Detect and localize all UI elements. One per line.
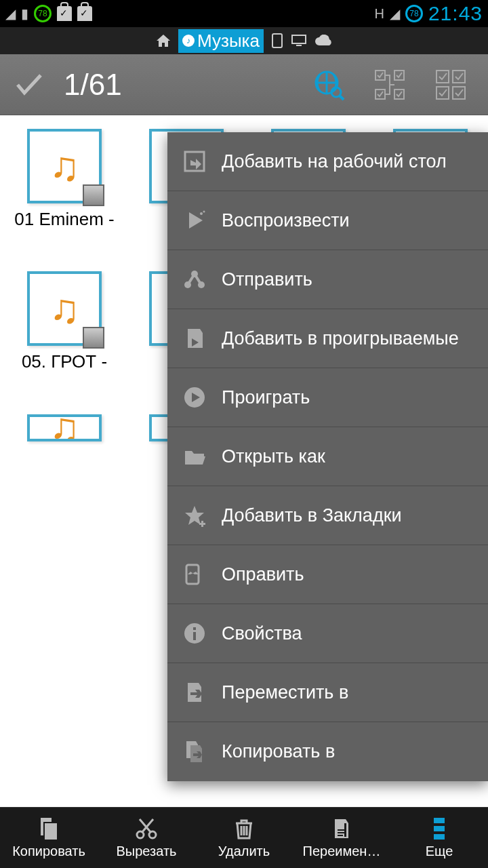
folder-open-icon xyxy=(181,443,208,470)
menu-copy-to[interactable]: Копировать в xyxy=(167,722,488,781)
music-file-icon: ♫ xyxy=(49,143,80,190)
select-tree-icon[interactable] xyxy=(373,68,413,102)
svg-rect-28 xyxy=(434,818,445,823)
menu-share[interactable]: Отправить xyxy=(167,250,488,309)
menu-move-to[interactable]: Переместить в xyxy=(167,663,488,722)
music-note-icon: ♪ xyxy=(182,35,195,47)
tool-label: Удалить xyxy=(218,844,270,859)
menu-send[interactable]: Оправить xyxy=(167,545,488,604)
action-bar: 1/61 xyxy=(0,54,488,115)
file-checkbox[interactable] xyxy=(83,327,104,349)
more-icon xyxy=(431,816,447,841)
battery-icon: ▮ xyxy=(21,5,28,22)
svg-rect-12 xyxy=(436,87,449,99)
file-label: 05. ГРОТ - xyxy=(22,351,107,372)
network-type: H xyxy=(374,6,384,22)
menu-add-playlist[interactable]: Добавить в проигрываемые xyxy=(167,309,488,368)
context-menu: Добавить на рабочий стол Воспроизвести О… xyxy=(167,132,488,781)
menu-label: Открыть как xyxy=(222,446,325,467)
breadcrumb-active[interactable]: ♪ Музыка xyxy=(178,29,264,53)
selection-count: 1/61 xyxy=(64,68,291,102)
confirm-selection-button[interactable] xyxy=(14,70,43,100)
svg-rect-10 xyxy=(436,71,449,83)
add-queue-icon xyxy=(181,325,208,352)
svg-rect-11 xyxy=(453,71,465,83)
cut-button[interactable]: Вырезать xyxy=(98,816,195,859)
svg-rect-30 xyxy=(434,834,445,840)
status-right: H ◢ 78 21:43 xyxy=(374,2,483,25)
data-progress-icon: 78 xyxy=(405,5,423,22)
tool-label: Вырезать xyxy=(117,844,177,859)
delete-button[interactable]: Удалить xyxy=(195,816,293,859)
tool-label: Копировать xyxy=(12,844,85,859)
trash-icon xyxy=(232,816,256,841)
copy-to-icon xyxy=(181,738,208,766)
computer-icon[interactable] xyxy=(291,34,307,47)
menu-label: Добавить в проигрываемые xyxy=(222,328,459,349)
svg-rect-2 xyxy=(296,45,302,46)
device-icon[interactable] xyxy=(270,33,284,49)
tool-label: Переимен… xyxy=(303,844,381,859)
system-icon: ◢ xyxy=(5,5,16,22)
svg-rect-1 xyxy=(292,35,306,43)
breadcrumb: ♪ Музыка xyxy=(0,27,488,54)
file-item[interactable]: ♫ xyxy=(7,414,122,441)
svg-rect-27 xyxy=(344,823,346,837)
music-file-icon: ♫ xyxy=(49,285,80,332)
menu-play[interactable]: Воспроизвести xyxy=(167,191,488,250)
file-label: 01 Eminem - xyxy=(14,209,114,230)
status-left: ◢ ▮ 78 xyxy=(5,5,92,22)
copy-icon xyxy=(37,816,61,841)
move-to-icon xyxy=(181,679,208,706)
file-checkbox[interactable] xyxy=(83,184,104,206)
svg-rect-14 xyxy=(185,152,204,171)
menu-add-shortcut[interactable]: Добавить на рабочий стол xyxy=(167,132,488,191)
shortcut-icon xyxy=(181,148,208,175)
info-icon xyxy=(181,620,208,647)
menu-label: Проиграть xyxy=(222,387,310,408)
signal-icon: ◢ xyxy=(390,5,400,22)
menu-bookmark[interactable]: Добавить в Закладки xyxy=(167,486,488,545)
svg-rect-29 xyxy=(434,826,445,831)
menu-label: Копировать в xyxy=(222,741,335,762)
svg-rect-23 xyxy=(193,627,196,630)
copy-button[interactable]: Копировать xyxy=(0,816,98,859)
menu-label: Переместить в xyxy=(222,682,348,703)
menu-label: Оправить xyxy=(222,564,304,585)
scissors-icon xyxy=(134,816,159,841)
globe-search-icon[interactable] xyxy=(312,68,352,102)
select-all-icon[interactable] xyxy=(434,68,474,102)
menu-open-as[interactable]: Открыть как xyxy=(167,427,488,486)
shopping-icon xyxy=(57,6,72,21)
svg-point-15 xyxy=(200,212,203,215)
menu-label: Добавить в Закладки xyxy=(222,505,402,526)
menu-properties[interactable]: Свойства xyxy=(167,604,488,663)
star-add-icon xyxy=(181,502,208,529)
menu-play-now[interactable]: Проиграть xyxy=(167,368,488,427)
svg-rect-13 xyxy=(453,87,465,99)
file-item[interactable]: ♫ 01 Eminem - xyxy=(7,129,122,251)
cloud-icon[interactable] xyxy=(314,35,333,47)
play-icon xyxy=(181,207,208,234)
share-icon xyxy=(181,266,208,293)
bottom-toolbar: Копировать Вырезать Удалить Переимен… Ещ… xyxy=(0,807,488,868)
svg-rect-24 xyxy=(193,632,196,640)
home-icon[interactable] xyxy=(155,33,171,49)
breadcrumb-label: Музыка xyxy=(197,31,260,52)
rename-icon xyxy=(329,816,354,841)
svg-line-5 xyxy=(340,96,344,100)
rename-button[interactable]: Переимен… xyxy=(293,816,390,859)
menu-label: Отправить xyxy=(222,269,312,290)
play-circle-icon xyxy=(181,384,208,411)
svg-point-16 xyxy=(203,211,205,213)
menu-label: Воспроизвести xyxy=(222,210,350,231)
clock: 21:43 xyxy=(428,2,483,25)
send-icon xyxy=(181,561,208,588)
file-item[interactable]: ♫ 05. ГРОТ - xyxy=(7,271,122,393)
status-bar: ◢ ▮ 78 H ◢ 78 21:43 xyxy=(0,0,488,27)
menu-label: Свойства xyxy=(222,623,302,644)
music-file-icon: ♫ xyxy=(49,414,80,441)
shopping-icon-2 xyxy=(77,6,92,21)
download-progress-icon: 78 xyxy=(34,5,52,22)
more-button[interactable]: Еще xyxy=(390,816,488,859)
